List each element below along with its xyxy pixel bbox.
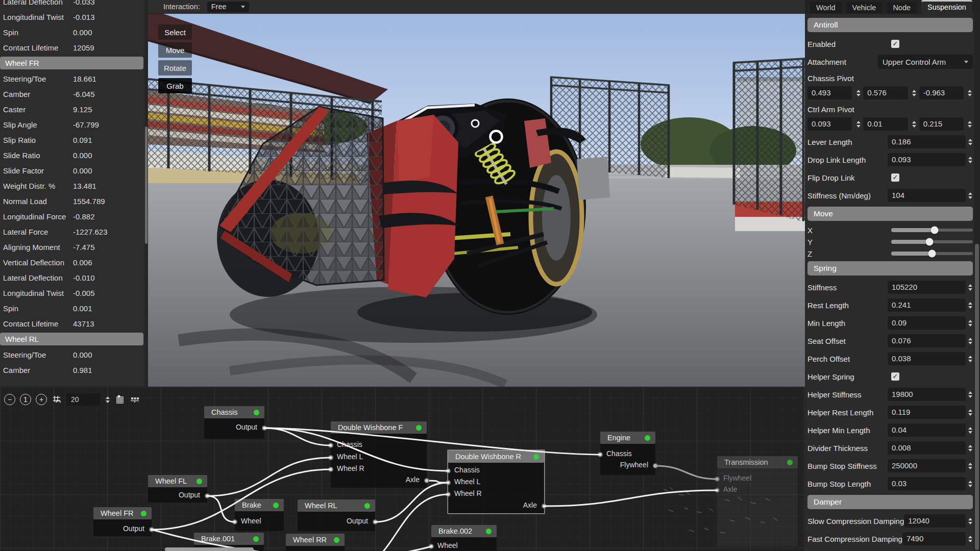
axis-slider[interactable] [891, 252, 973, 255]
port-axle[interactable] [715, 488, 720, 493]
port-output[interactable] [149, 527, 154, 532]
port-flywheel[interactable] [715, 477, 720, 482]
number-input[interactable]: 0.008 [888, 441, 966, 455]
number-input[interactable]: 0.093 [888, 153, 966, 166]
section-header[interactable]: Spring [807, 261, 973, 276]
number-input[interactable]: 0.09 [888, 316, 966, 330]
zoom-reset-button[interactable]: 1 [20, 394, 31, 405]
stepper[interactable] [967, 391, 973, 398]
port-wheel-r[interactable] [446, 492, 451, 497]
vector-y-input[interactable]: 0.01 [863, 117, 908, 131]
stepper[interactable] [967, 320, 973, 327]
node-dwr[interactable]: Double Wishbone RChassisWheel LWheel RAx… [448, 450, 544, 513]
right-panel-scrollbar[interactable] [974, 14, 980, 551]
section-header[interactable]: Antiroll [807, 18, 973, 32]
number-input[interactable]: 19800 [888, 388, 966, 401]
section-header[interactable]: Move [807, 207, 973, 221]
viewport-tool-button[interactable]: Rotate [158, 60, 192, 76]
node-brake002[interactable]: Brake.002Wheel [431, 525, 497, 551]
port-wheel-l[interactable] [446, 480, 451, 485]
vector-x-input[interactable]: 0.493 [807, 86, 852, 99]
stepper[interactable] [967, 481, 973, 487]
port-wheel[interactable] [232, 519, 237, 524]
slider-handle[interactable] [930, 227, 938, 234]
node-wrl[interactable]: Wheel RLOutput [298, 499, 375, 531]
port-wheel-l[interactable] [328, 455, 333, 460]
scrollbar-thumb[interactable] [145, 127, 148, 244]
stepper[interactable] [967, 409, 973, 416]
section-header[interactable]: Damper [807, 495, 973, 509]
port-flywheel[interactable] [653, 463, 658, 468]
number-input[interactable]: 250000 [888, 459, 966, 472]
frame-grid-icon[interactable] [115, 394, 125, 405]
stepper[interactable] [967, 518, 973, 524]
grid-size-input[interactable]: 20 [66, 393, 100, 406]
slider-handle[interactable] [928, 250, 936, 258]
stepper[interactable] [967, 90, 973, 96]
stepper[interactable] [967, 445, 973, 452]
viewport-tool-button[interactable]: Move [158, 42, 192, 58]
inspector-tab[interactable]: World [810, 2, 842, 14]
stepper[interactable] [967, 121, 973, 128]
number-input[interactable]: 105220 [888, 281, 966, 294]
viewport-3d[interactable]: Interaction: Free Select Move Rotate Gra… [148, 0, 805, 387]
stepper[interactable] [967, 356, 973, 362]
vector-x-input[interactable]: 0.093 [807, 117, 852, 131]
stepper[interactable] [967, 192, 973, 199]
stepper[interactable] [967, 284, 973, 291]
gizmo-ring[interactable] [491, 131, 502, 143]
node-chassis[interactable]: ChassisOutput [204, 406, 264, 439]
port-axle[interactable] [542, 504, 547, 509]
number-input[interactable]: 0.186 [888, 135, 966, 148]
port-chassis[interactable] [598, 452, 603, 457]
gizmo-ring-small[interactable] [472, 120, 479, 127]
left-panel-scrollbar[interactable] [144, 0, 148, 387]
port-output[interactable] [262, 425, 267, 431]
stepper[interactable] [967, 463, 973, 469]
stepper[interactable] [912, 121, 917, 128]
grid-size-stepper[interactable] [105, 396, 110, 403]
checkbox[interactable] [891, 40, 899, 48]
port-output[interactable] [205, 493, 210, 498]
number-input[interactable]: 12040 [904, 514, 966, 528]
node-editor[interactable]: ChassisOutputDouble Wishbone FChassisWhe… [0, 387, 805, 551]
inspector-tab[interactable]: Node [887, 2, 917, 14]
vector-z-input[interactable]: 0.215 [919, 117, 964, 131]
viewport-tool-button[interactable]: Select [158, 24, 192, 40]
number-input[interactable]: 0.076 [888, 334, 966, 347]
align-nodes-icon[interactable] [130, 394, 140, 405]
stepper[interactable] [855, 121, 861, 128]
stepper[interactable] [967, 302, 973, 309]
number-input[interactable]: 0.038 [888, 352, 966, 365]
interaction-dropdown[interactable]: Free [207, 2, 249, 12]
port-chassis[interactable] [328, 443, 333, 448]
axis-slider[interactable] [891, 229, 973, 232]
wheel-section-header[interactable]: Wheel RL [0, 333, 143, 345]
node-trans[interactable]: TransmissionFlywheelAxle [717, 456, 798, 546]
node-wfl[interactable]: Wheel FLOutput [148, 475, 207, 503]
node-wrr[interactable]: Wheel RR [286, 534, 345, 551]
stepper[interactable] [912, 90, 917, 96]
vector-y-input[interactable]: 0.576 [863, 86, 908, 99]
checkbox[interactable] [891, 372, 899, 381]
stepper[interactable] [967, 338, 973, 344]
node-engine[interactable]: EngineChassisFlywheel [600, 432, 655, 475]
checkbox[interactable] [891, 173, 899, 182]
port-wheel[interactable] [429, 544, 434, 549]
inspector-tab[interactable]: Suspension [921, 0, 972, 14]
axis-slider[interactable] [891, 240, 973, 243]
node-editor-hscrollbar[interactable] [165, 547, 254, 551]
port-axle[interactable] [424, 478, 429, 483]
number-input[interactable]: 7490 [902, 532, 966, 545]
port-output[interactable] [373, 519, 378, 524]
number-input[interactable]: 0.119 [888, 406, 966, 419]
viewport-3d-scene[interactable] [148, 14, 805, 387]
number-input[interactable]: 104 [888, 189, 966, 202]
inspector-tab[interactable]: Vehicle [846, 2, 883, 14]
stepper[interactable] [967, 536, 973, 542]
wheel-section-header[interactable]: Wheel FR [0, 57, 143, 69]
stepper[interactable] [967, 139, 973, 145]
node-wfr[interactable]: Wheel FROutput [93, 507, 152, 536]
slider-handle[interactable] [926, 238, 934, 246]
viewport-tool-button[interactable]: Grab [158, 78, 192, 93]
